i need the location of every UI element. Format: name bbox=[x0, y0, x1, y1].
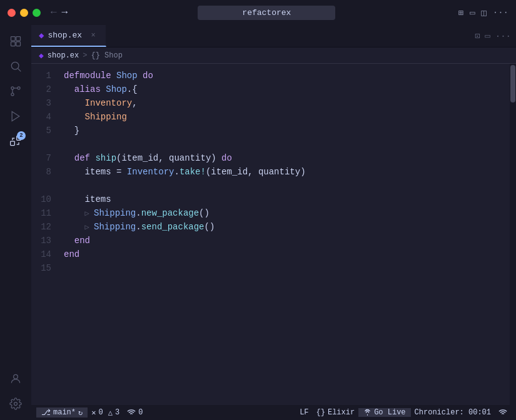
sidebar-item-run-debug[interactable] bbox=[4, 105, 27, 128]
svg-line-5 bbox=[18, 69, 21, 72]
antenna-icon bbox=[363, 409, 372, 417]
error-icon: ✕ bbox=[91, 408, 96, 418]
back-button[interactable]: ← bbox=[51, 7, 57, 18]
svg-rect-1 bbox=[16, 37, 21, 41]
status-errors[interactable]: ✕ 0 △ 3 bbox=[88, 408, 123, 418]
split-icon[interactable]: ◫ bbox=[481, 8, 486, 18]
scrollbar-thumb[interactable] bbox=[510, 65, 515, 102]
tab-label: shop.ex bbox=[48, 31, 82, 40]
code-line-10: items bbox=[61, 192, 503, 206]
sidebar-item-search[interactable] bbox=[4, 55, 27, 78]
svg-point-6 bbox=[11, 93, 14, 96]
status-chronicler[interactable]: Chronicler: 00:01 bbox=[411, 408, 495, 417]
editor-area: ◆ shop.ex × ⊡ ▭ ··· ◆ shop.ex > {} Shop … bbox=[31, 25, 516, 420]
code-line-14: end bbox=[61, 248, 503, 261]
language-label: Elixir bbox=[328, 408, 355, 417]
git-sync-icon: ↻ bbox=[78, 408, 83, 418]
svg-rect-3 bbox=[16, 42, 21, 46]
tab-shop-ex[interactable]: ◆ shop.ex × bbox=[31, 25, 106, 47]
svg-point-13 bbox=[14, 402, 18, 406]
warning-icon: △ bbox=[108, 408, 113, 418]
main-layout: 2 ◆ shop.ex × ⊡ ▭ bbox=[0, 25, 516, 420]
nav-buttons: ← → bbox=[51, 7, 68, 18]
maximize-button[interactable] bbox=[33, 9, 41, 17]
status-bar: ⎇ main* ↻ ✕ 0 △ 3 0 bbox=[31, 405, 516, 420]
svg-point-12 bbox=[14, 374, 18, 379]
code-content: defmodule Shop do alias Shop.{ Inventory… bbox=[61, 64, 516, 405]
minimize-button[interactable] bbox=[20, 9, 28, 17]
svg-rect-10 bbox=[11, 141, 15, 146]
status-eol[interactable]: LF bbox=[296, 408, 312, 417]
search-bar: refactorex bbox=[75, 6, 458, 20]
scrollbar[interactable] bbox=[510, 64, 516, 405]
error-count: 0 bbox=[98, 408, 103, 417]
activity-bar: 2 bbox=[0, 25, 31, 420]
go-live-button[interactable]: Go Live bbox=[358, 408, 410, 417]
status-language[interactable]: {} Elixir bbox=[313, 408, 359, 417]
svg-rect-2 bbox=[11, 42, 16, 46]
code-line-5: } bbox=[61, 124, 503, 138]
title-bar: ← → refactorex ⊞ ▭ ◫ ··· bbox=[0, 0, 516, 25]
code-line-3: Inventory, bbox=[61, 96, 503, 110]
code-line-11: ▷ Shipping.new_package() bbox=[61, 206, 503, 220]
code-line-7: def ship(item_id, quantity) do bbox=[61, 151, 503, 165]
status-wifi[interactable] bbox=[495, 408, 511, 417]
sidebar-item-profile[interactable] bbox=[4, 368, 27, 390]
breadcrumb: ◆ shop.ex > {} Shop bbox=[31, 48, 516, 64]
wifi-icon bbox=[127, 408, 136, 417]
tab-bar: ◆ shop.ex × ⊡ ▭ ··· bbox=[31, 25, 516, 48]
code-line-15 bbox=[61, 261, 503, 275]
sidebar-item-explorer[interactable] bbox=[4, 30, 27, 52]
code-line-13: end bbox=[61, 234, 503, 248]
eol-label: LF bbox=[300, 408, 308, 417]
breadcrumb-file-icon: ◆ bbox=[39, 51, 44, 61]
info-count: 0 bbox=[138, 408, 143, 417]
code-line-8: items = Inventory.take!(item_id, quantit… bbox=[61, 165, 503, 179]
code-line-2: alias Shop.{ bbox=[61, 82, 503, 96]
breadcrumb-file[interactable]: shop.ex bbox=[48, 51, 79, 60]
sidebar-item-settings[interactable] bbox=[4, 392, 27, 415]
warning-count: 3 bbox=[115, 408, 119, 417]
extensions-badge: 2 bbox=[17, 131, 26, 140]
split-editor-icon[interactable]: ⊡ bbox=[475, 31, 480, 41]
breadcrumb-scope[interactable]: {} Shop bbox=[91, 51, 122, 60]
git-branch-label: main* bbox=[53, 408, 76, 417]
sidebar-item-source-control[interactable] bbox=[4, 80, 27, 102]
more-actions-icon[interactable]: ··· bbox=[495, 31, 511, 41]
close-button[interactable] bbox=[8, 9, 16, 17]
code-line-12: ▷ Shipping.send_package() bbox=[61, 220, 503, 234]
status-right: LF {} Elixir Go Live Chronicler: 00:01 bbox=[296, 408, 511, 417]
svg-marker-9 bbox=[12, 112, 19, 121]
tab-file-icon: ◆ bbox=[39, 30, 44, 41]
broadcast-icon bbox=[498, 408, 507, 417]
status-left: ⎇ main* ↻ ✕ 0 △ 3 0 bbox=[36, 408, 146, 418]
code-editor[interactable]: 1 2 3 4 5 7 8 10 11 12 13 14 15 defmodul… bbox=[31, 64, 516, 405]
title-actions: ⊞ ▭ ◫ ··· bbox=[458, 8, 508, 18]
language-braces: {} bbox=[316, 408, 325, 417]
code-line-6 bbox=[61, 138, 503, 151]
layout-icon[interactable]: ⊞ bbox=[458, 8, 463, 18]
code-line-4: Shipping bbox=[61, 110, 503, 124]
tab-bar-actions: ⊡ ▭ ··· bbox=[475, 25, 516, 47]
status-info[interactable]: 0 bbox=[123, 408, 146, 417]
sidebar-item-extensions[interactable]: 2 bbox=[4, 130, 27, 152]
svg-point-4 bbox=[11, 62, 19, 69]
line-numbers: 1 2 3 4 5 7 8 10 11 12 13 14 15 bbox=[31, 64, 61, 405]
traffic-lights bbox=[8, 9, 41, 17]
code-line-9 bbox=[61, 179, 503, 192]
tab-close-button[interactable]: × bbox=[88, 31, 98, 41]
layout-icon[interactable]: ▭ bbox=[485, 31, 490, 41]
svg-rect-0 bbox=[11, 37, 16, 41]
svg-point-7 bbox=[18, 87, 20, 89]
chronicler-label: Chronicler: 00:01 bbox=[415, 408, 491, 417]
code-line-1: defmodule Shop do bbox=[61, 69, 503, 82]
panel-icon[interactable]: ▭ bbox=[470, 8, 475, 18]
forward-button[interactable]: → bbox=[62, 7, 68, 18]
svg-point-8 bbox=[11, 87, 14, 89]
git-branch-icon: ⎇ bbox=[41, 408, 51, 418]
search-input[interactable]: refactorex bbox=[198, 6, 335, 20]
go-live-label: Go Live bbox=[374, 408, 405, 417]
status-git-branch[interactable]: ⎇ main* ↻ bbox=[36, 408, 88, 418]
breadcrumb-separator: > bbox=[83, 51, 87, 60]
more-icon[interactable]: ··· bbox=[493, 8, 508, 18]
